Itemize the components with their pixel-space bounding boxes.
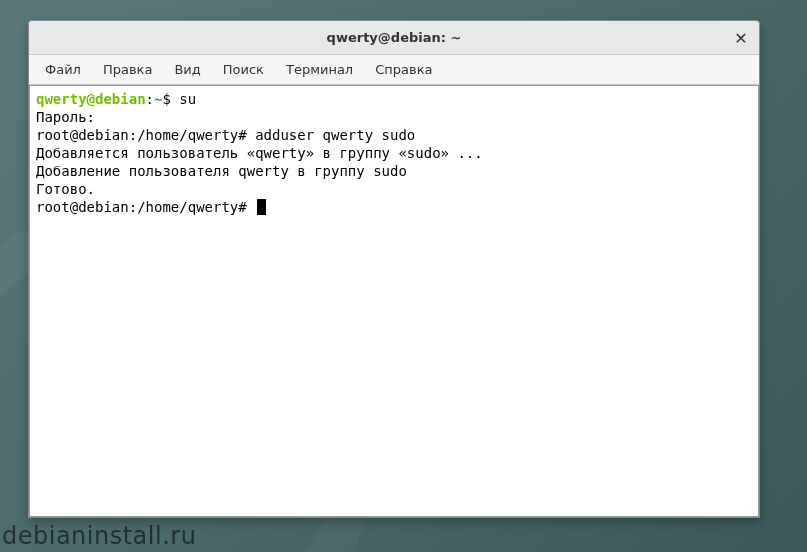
- prompt-colon: :: [146, 91, 154, 107]
- output-line: Добавление пользователя qwerty в группу …: [36, 163, 407, 179]
- prompt-root: root@debian:/home/qwerty#: [36, 199, 255, 215]
- menu-view[interactable]: Вид: [164, 58, 210, 81]
- prompt-cmd: $ su: [162, 91, 196, 107]
- cursor-icon: [257, 199, 266, 215]
- menu-help[interactable]: Справка: [365, 58, 442, 81]
- watermark-text: debianinstall.ru: [2, 522, 196, 550]
- menu-search[interactable]: Поиск: [213, 58, 274, 81]
- menu-file[interactable]: Файл: [35, 58, 91, 81]
- menubar: Файл Правка Вид Поиск Терминал Справка: [29, 55, 759, 85]
- window-title: qwerty@debian: ~: [327, 30, 462, 45]
- output-line: root@debian:/home/qwerty# adduser qwerty…: [36, 127, 415, 143]
- prompt-user: qwerty@debian: [36, 91, 146, 107]
- menu-edit[interactable]: Правка: [93, 58, 162, 81]
- terminal-output[interactable]: qwerty@debian:~$ su Пароль: root@debian:…: [29, 85, 759, 517]
- output-line: Пароль:: [36, 109, 95, 125]
- terminal-window: qwerty@debian: ~ ✕ Файл Правка Вид Поиск…: [28, 20, 760, 518]
- output-line: Готово.: [36, 181, 95, 197]
- close-icon[interactable]: ✕: [731, 28, 751, 48]
- titlebar: qwerty@debian: ~ ✕: [29, 21, 759, 55]
- output-line: Добавляется пользователь «qwerty» в груп…: [36, 145, 483, 161]
- menu-terminal[interactable]: Терминал: [276, 58, 363, 81]
